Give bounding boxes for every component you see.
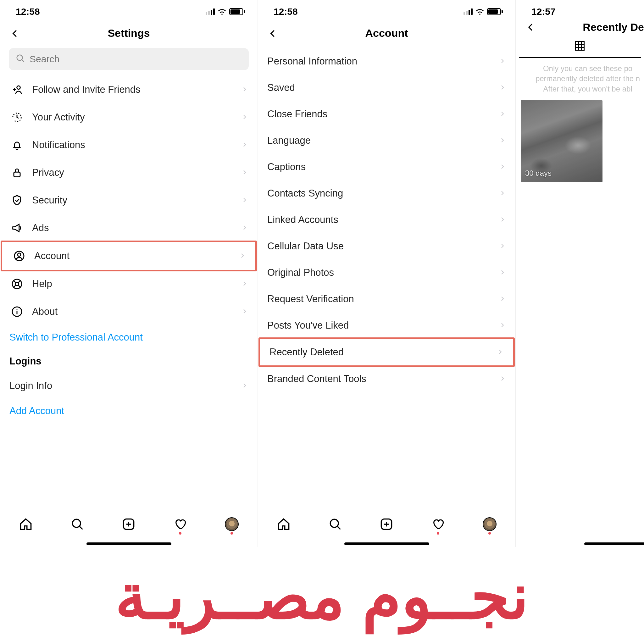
row-label: Linked Accounts — [267, 214, 491, 225]
chevron-right-icon — [500, 217, 506, 223]
notification-dot-icon — [437, 532, 439, 535]
tab-home[interactable] — [18, 516, 34, 532]
recently-deleted-screen: 12:57 Recently De Only you can see these… — [516, 0, 644, 547]
home-indicator[interactable] — [344, 542, 429, 545]
add-account-link[interactable]: Add Account — [0, 399, 258, 423]
account-item-close-friends[interactable]: Close Friends — [258, 101, 515, 127]
battery-icon — [229, 8, 245, 15]
svg-line-14 — [79, 526, 82, 529]
days-remaining-badge: 30 days — [525, 169, 552, 178]
svg-point-3 — [18, 253, 21, 256]
account-item-contacts-syncing[interactable]: Contacts Syncing — [258, 180, 515, 207]
settings-item-ads[interactable]: Ads — [0, 214, 258, 242]
settings-item-privacy[interactable]: Privacy — [0, 159, 258, 186]
chevron-right-icon — [500, 243, 506, 249]
row-label: Notifications — [32, 139, 233, 151]
home-indicator[interactable] — [584, 542, 644, 545]
account-item-branded-content-tools[interactable]: Branded Content Tools — [258, 366, 515, 392]
page-title: Recently De — [583, 21, 644, 33]
deleted-post-thumbnail[interactable]: 30 days — [521, 100, 602, 182]
highlight-recently-deleted: Recently Deleted — [258, 337, 515, 367]
svg-point-13 — [72, 519, 81, 527]
settings-item-notifications[interactable]: Notifications — [0, 131, 258, 159]
notification-dot-icon — [179, 532, 181, 535]
tab-profile[interactable] — [224, 516, 240, 532]
settings-item-your-activity[interactable]: Your Activity — [0, 103, 258, 131]
search-icon — [16, 54, 25, 64]
status-time: 12:58 — [274, 6, 298, 17]
settings-item-about[interactable]: About — [0, 298, 258, 325]
search-input-container[interactable] — [9, 48, 249, 70]
chevron-right-icon — [500, 269, 506, 276]
settings-item-help[interactable]: Help — [0, 270, 258, 298]
tab-profile[interactable] — [482, 516, 497, 532]
notification-dot-icon — [230, 532, 233, 535]
tab-grid[interactable] — [519, 36, 641, 58]
notification-dot-icon — [488, 532, 491, 535]
row-label: Login Info — [9, 380, 233, 391]
chevron-right-icon — [500, 322, 506, 329]
chevron-right-icon — [500, 85, 506, 91]
account-item-cellular-data-use[interactable]: Cellular Data Use — [258, 233, 515, 259]
grid-icon — [574, 40, 586, 53]
watermark-text: نجــوم مصــريـة — [0, 560, 644, 633]
back-button[interactable] — [523, 20, 538, 35]
tab-new-post[interactable] — [379, 516, 394, 532]
chevron-right-icon — [242, 281, 248, 287]
account-item-captions[interactable]: Captions — [258, 154, 515, 180]
switch-professional-link[interactable]: Switch to Professional Account — [0, 325, 258, 349]
status-bar: 12:58 — [258, 0, 515, 20]
svg-point-5 — [15, 282, 19, 286]
account-item-personal-information[interactable]: Personal Information — [258, 48, 515, 75]
settings-item-account[interactable]: Account — [2, 242, 255, 270]
tab-activity[interactable] — [172, 516, 188, 532]
svg-rect-1 — [14, 172, 20, 177]
chevron-right-icon — [500, 164, 506, 170]
row-label: Privacy — [32, 167, 233, 178]
chevron-right-icon — [242, 86, 248, 93]
tab-search[interactable] — [327, 516, 343, 532]
page-title: Account — [365, 27, 408, 39]
back-button[interactable] — [265, 26, 280, 41]
header: Account — [258, 20, 515, 48]
info-icon — [11, 305, 23, 318]
account-item-original-photos[interactable]: Original Photos — [258, 259, 515, 286]
header: Recently De — [516, 20, 644, 36]
settings-screen: 12:58 Settings — [0, 0, 258, 547]
account-item-posts-you-ve-liked[interactable]: Posts You've Liked — [258, 312, 515, 339]
chevron-right-icon — [500, 137, 506, 144]
row-label: Branded Content Tools — [267, 373, 491, 385]
avatar-icon — [483, 517, 497, 531]
back-button[interactable] — [8, 26, 23, 41]
tab-activity[interactable] — [430, 516, 446, 532]
status-bar: 12:58 — [0, 0, 258, 20]
settings-item-follow-invite[interactable]: Follow and Invite Friends — [0, 76, 258, 103]
row-label: Follow and Invite Friends — [32, 84, 233, 95]
chevron-right-icon — [242, 225, 248, 231]
home-indicator[interactable] — [86, 542, 171, 545]
tab-search[interactable] — [69, 516, 85, 532]
account-item-saved[interactable]: Saved — [258, 75, 515, 101]
tab-new-post[interactable] — [121, 516, 136, 532]
account-item-language[interactable]: Language — [258, 127, 515, 154]
info-text: Only you can see these po permanently de… — [516, 64, 644, 100]
row-label: Ads — [32, 222, 233, 234]
login-info-row[interactable]: Login Info — [0, 373, 258, 399]
tab-bar — [258, 512, 515, 535]
settings-item-security[interactable]: Security — [0, 186, 258, 214]
search-input[interactable] — [30, 54, 242, 64]
tab-home[interactable] — [276, 516, 291, 532]
row-label: Recently Deleted — [269, 347, 489, 358]
chevron-right-icon — [242, 169, 248, 176]
account-item-linked-accounts[interactable]: Linked Accounts — [258, 207, 515, 233]
cellular-signal-icon — [206, 8, 215, 15]
account-item-recently-deleted[interactable]: Recently Deleted — [260, 339, 513, 365]
account-icon — [13, 250, 25, 262]
svg-line-7 — [19, 280, 20, 282]
clock-activity-icon — [11, 111, 23, 124]
account-item-request-verification[interactable]: Request Verification — [258, 286, 515, 312]
row-label: Original Photos — [267, 267, 491, 278]
svg-point-0 — [17, 86, 20, 89]
chevron-right-icon — [240, 253, 246, 259]
row-label: Close Friends — [267, 108, 491, 120]
